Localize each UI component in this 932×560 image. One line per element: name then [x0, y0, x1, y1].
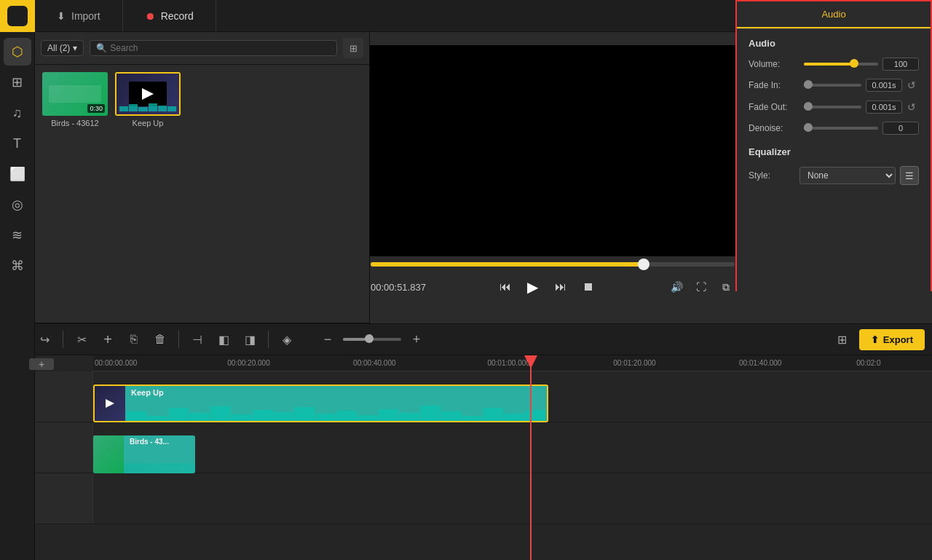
marker-button[interactable]: ◈	[276, 328, 298, 350]
audio-panel: Audio Audio Volume: 100 Fade In: 0.001s …	[735, 0, 932, 291]
track-content-3: Birds - 43...	[93, 435, 932, 473]
time-display: 00:00:51.837	[371, 282, 426, 293]
video-canvas	[370, 45, 735, 256]
right-controls: 🔊 ⛶ ⧉	[668, 278, 735, 296]
app-icon	[0, 0, 35, 32]
copy-button[interactable]: ⎘	[123, 328, 145, 350]
import-tab[interactable]: ⬇ Import	[35, 0, 123, 31]
zoom-fill	[343, 338, 366, 341]
add-button[interactable]: +	[97, 328, 119, 350]
audio-section-title: Audio	[749, 38, 919, 49]
fade-out-slider[interactable]	[804, 106, 861, 109]
media-panel: All (2) ▾ 🔍 ⊞ 0:30 Birds - 43612	[35, 32, 370, 323]
separator-2	[178, 331, 179, 348]
audio-tab[interactable]: Audio	[737, 1, 931, 28]
zoom-out-button[interactable]: −	[317, 328, 339, 350]
media-grid: 0:30 Birds - 43612	[35, 65, 369, 135]
fade-out-label: Fade Out:	[749, 102, 799, 112]
fade-out-row: Fade Out: 0.001s ↺	[749, 100, 919, 114]
sidebar-stickers[interactable]: ⌘	[4, 252, 31, 280]
fade-out-value[interactable]: 0.001s	[866, 100, 902, 114]
export-button[interactable]: ⬆ Export	[859, 329, 925, 350]
track-row-3: 3 👁 🔒 Track Birds - 43...	[0, 422, 932, 473]
add-track-button[interactable]: +	[29, 358, 54, 370]
playback-controls: 00:00:51.837 ⏮ ▶ ⏭ ⏹ 🔊 ⛶ ⧉	[371, 278, 735, 296]
progress-track[interactable]	[371, 262, 735, 267]
track-row-2: 2 👁 Track	[0, 473, 932, 524]
next-frame-button[interactable]: ⏭	[552, 278, 569, 296]
delete-button[interactable]: 🗑	[149, 328, 171, 350]
crop-right-button[interactable]: ◨	[239, 328, 261, 350]
denoise-value[interactable]: 0	[882, 122, 919, 135]
stop-button[interactable]: ⏹	[580, 278, 597, 296]
volume-row: Volume: 100	[749, 58, 919, 71]
media-filter[interactable]: All (2) ▾	[41, 40, 84, 56]
playhead[interactable]	[530, 355, 532, 560]
audio-content: Audio Volume: 100 Fade In: 0.001s ↺ Fade…	[737, 29, 931, 291]
clip-birds[interactable]: Birds - 43...	[93, 435, 195, 473]
eq-style-select[interactable]: None	[799, 167, 896, 184]
fade-out-reset[interactable]: ↺	[904, 100, 919, 114]
ruler-mark-6: 00:02:0	[856, 359, 880, 367]
search-input[interactable]	[110, 43, 331, 53]
denoise-row: Denoise: 0	[749, 122, 919, 135]
pip-button[interactable]: ⧉	[717, 278, 735, 296]
volume-slider[interactable]	[804, 63, 878, 66]
fade-in-reset[interactable]: ↺	[904, 78, 919, 92]
playback-bar	[371, 262, 735, 274]
volume-value[interactable]: 100	[882, 58, 919, 71]
clip-label-keepup: Keep Up	[127, 386, 167, 399]
eq-style-label: Style:	[749, 170, 799, 181]
redo-button[interactable]: ↪	[33, 328, 55, 350]
storyboard-toggle[interactable]: ⊞	[343, 38, 363, 58]
left-sidebar: ⬡ ⊞ ♫ T ⬜ ◎ ≋ ⌘	[0, 32, 35, 560]
sidebar-layers[interactable]: ⊞	[4, 68, 31, 96]
sidebar-text[interactable]: T	[4, 130, 31, 157]
export-label: Export	[883, 334, 913, 345]
audio-tabs: Audio	[737, 1, 931, 29]
track-content-2	[93, 486, 932, 524]
fullscreen-button[interactable]: ⛶	[692, 278, 710, 296]
sidebar-media[interactable]: ⬡	[4, 38, 31, 66]
ruler-mark-3: 00:01:00.000	[487, 359, 529, 367]
fade-in-slider[interactable]	[804, 84, 861, 87]
clip-keepup[interactable]: Keep Up	[93, 384, 548, 422]
zoom-controls: − +	[317, 328, 427, 350]
ruler-mark-4: 00:01:20.000	[613, 359, 655, 367]
play-button[interactable]: ▶	[524, 278, 542, 296]
ruler-mark-2: 00:00:40.000	[353, 359, 395, 367]
fade-in-value[interactable]: 0.001s	[866, 79, 902, 92]
media-thumb-birds: 0:30	[42, 72, 108, 116]
timeline-ruler: 00:00:00.000 00:00:20.000 00:00:40.000 0…	[93, 355, 932, 371]
sidebar-filters[interactable]: ≋	[4, 221, 31, 249]
storyboard-button[interactable]: ⊞	[832, 328, 853, 350]
sidebar-audio[interactable]: ♫	[4, 99, 31, 127]
eq-settings-button[interactable]: ☰	[900, 166, 919, 185]
record-tab[interactable]: ⏺ Record	[123, 0, 216, 31]
clip-thumb-keepup	[95, 386, 125, 421]
prev-frame-button[interactable]: ⏮	[497, 278, 514, 296]
sidebar-transitions[interactable]: ⬜	[4, 160, 31, 188]
eq-style-row: Style: None ☰	[749, 166, 919, 185]
progress-thumb	[638, 259, 649, 270]
media-item-keepup[interactable]: Keep Up	[115, 72, 181, 127]
progress-fill	[371, 262, 644, 267]
crop-left-button[interactable]: ◧	[213, 328, 234, 350]
track-content-4: Keep Up	[93, 384, 932, 422]
cut-button[interactable]: ✂	[71, 328, 92, 350]
zoom-slider[interactable]	[343, 338, 401, 341]
preview-area: 00:00:51.837 ⏮ ▶ ⏭ ⏹ 🔊 ⛶ ⧉	[370, 32, 735, 323]
record-icon: ⏺	[145, 10, 155, 22]
zoom-in-button[interactable]: +	[406, 328, 427, 350]
media-label-birds: Birds - 43612	[51, 119, 98, 127]
sidebar-effects[interactable]: ◎	[4, 191, 31, 218]
split-button[interactable]: ⊣	[186, 328, 208, 350]
zoom-handle	[365, 334, 374, 343]
volume-button[interactable]: 🔊	[668, 278, 685, 296]
separator-3	[268, 331, 269, 348]
media-item-birds[interactable]: 0:30 Birds - 43612	[42, 72, 108, 127]
search-icon: 🔍	[96, 43, 107, 53]
clip-label-birds: Birds - 43...	[126, 435, 173, 448]
denoise-slider[interactable]	[804, 127, 878, 130]
search-box[interactable]: 🔍	[90, 40, 337, 56]
